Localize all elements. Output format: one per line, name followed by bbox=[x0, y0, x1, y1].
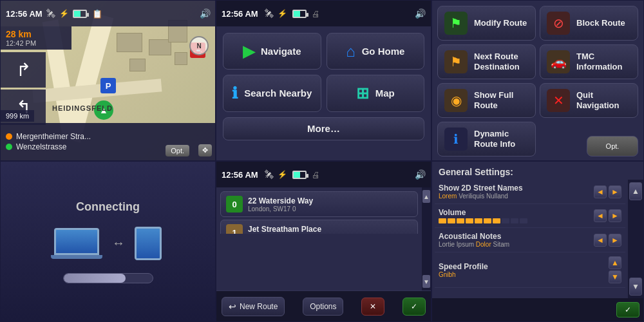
settings-item-volume: Volume ◄ ► bbox=[435, 204, 625, 228]
settings-list: Show 2D Street Names Lorem Veriliquis Nu… bbox=[432, 180, 628, 298]
vol-seg bbox=[439, 218, 446, 223]
vol-seg bbox=[493, 218, 500, 223]
show-2d-next[interactable]: ► bbox=[609, 185, 621, 198]
dynamic-route-button[interactable]: ℹ Dynamic Route Info bbox=[437, 122, 536, 156]
route-list-topbar: 12:56 AM 🛰 ⚡ 🖨 🔊 bbox=[216, 162, 431, 187]
speed-down[interactable]: ▼ bbox=[609, 270, 621, 283]
nav-menu-time: 12:56 AM bbox=[222, 9, 258, 19]
parking-marker: P bbox=[100, 78, 116, 93]
route-list-time: 12:56 AM bbox=[222, 170, 258, 180]
speed-up[interactable]: ▲ bbox=[609, 256, 621, 269]
acoustical-prev[interactable]: ◄ bbox=[594, 234, 607, 247]
speed-val-1: Gnibh bbox=[439, 271, 456, 278]
search-nearby-icon: ℹ bbox=[232, 84, 238, 102]
settings-item-value-acoustical: Lortie Ipsum Dolor Sitam bbox=[439, 241, 594, 248]
show-2d-val-2: Veriliquis bbox=[459, 193, 484, 200]
volume-down[interactable]: ◄ bbox=[594, 209, 607, 222]
new-route-label: New Route bbox=[240, 302, 278, 311]
acoustical-val-2: Ipsum bbox=[457, 241, 474, 248]
show-2d-val-1: Lorem bbox=[439, 193, 457, 200]
settings-panel: General Settings: Show 2D Street Names L… bbox=[431, 161, 644, 322]
route-item-info-1: Jet Streatham Place London, SW2 4 bbox=[248, 225, 412, 234]
tmc-info-icon: 🚗 bbox=[547, 50, 570, 73]
settings-ok-button[interactable]: ✓ bbox=[616, 302, 639, 317]
volume-bar bbox=[439, 218, 594, 223]
map-label: Map bbox=[375, 88, 395, 99]
scroll-up-button[interactable]: ▲ bbox=[422, 190, 430, 203]
settings-scroll-up[interactable]: ▲ bbox=[629, 182, 642, 200]
turn-box-1: ↱ bbox=[1, 52, 46, 88]
quit-nav-icon: ✕ bbox=[547, 89, 570, 112]
map-street-1: Mergentheimer Stra... bbox=[16, 132, 91, 141]
show-full-route-icon: ◉ bbox=[444, 89, 468, 112]
options-label: Options bbox=[310, 302, 336, 311]
settings-item-value-speed: Gnibh bbox=[439, 271, 609, 278]
settings-scroll: ▲ ▼ bbox=[628, 180, 643, 298]
settings-scroll-down[interactable]: ▼ bbox=[629, 278, 642, 296]
navigate-icon: ▶ bbox=[243, 43, 254, 61]
new-route-button[interactable]: ↩ New Route bbox=[222, 297, 285, 316]
volume-arrows: ◄ ► bbox=[594, 209, 621, 222]
block-route-button[interactable]: ⊘ Block Route bbox=[540, 6, 638, 41]
tmc-info-button[interactable]: 🚗 TMC Information bbox=[540, 44, 638, 79]
go-home-button[interactable]: ⌂ Go Home bbox=[327, 33, 425, 70]
show-full-route-button[interactable]: ◉ Show Full Route bbox=[437, 83, 536, 118]
map-opt-button[interactable]: Opt. bbox=[166, 145, 189, 156]
search-nearby-button[interactable]: ℹ Search Nearby bbox=[223, 75, 321, 111]
back-icon: ↩ bbox=[229, 301, 236, 312]
options-button[interactable]: Options bbox=[303, 298, 343, 316]
show-2d-prev[interactable]: ◄ bbox=[594, 185, 607, 198]
map-icon: ⊞ bbox=[356, 84, 369, 102]
compass: N bbox=[189, 36, 209, 55]
route-options-panel: ⚑ Modify Route ⊘ Block Route ⚑ Next Rout… bbox=[431, 0, 644, 161]
next-dest-button[interactable]: ⚑ Next Route Destination bbox=[437, 44, 536, 79]
laptop-device bbox=[54, 228, 102, 259]
cancel-icon: ✕ bbox=[370, 302, 376, 311]
more-button[interactable]: More… bbox=[223, 117, 424, 140]
progress-bar-container bbox=[63, 273, 153, 283]
modify-route-button[interactable]: ⚑ Modify Route bbox=[437, 6, 536, 41]
settings-item-info-volume: Volume bbox=[439, 208, 594, 223]
tablet-device bbox=[135, 227, 162, 260]
speed-arrows: ▲ ▼ bbox=[609, 256, 621, 283]
settings-item-value-show-2d: Lorem Veriliquis Nulland bbox=[439, 193, 594, 200]
vol-seg bbox=[457, 218, 464, 223]
scroll-down-button[interactable]: ▼ bbox=[422, 275, 430, 288]
acoustical-next[interactable]: ► bbox=[609, 234, 621, 247]
route-opt-button[interactable]: Opt. bbox=[587, 136, 638, 156]
connecting-devices: ↔ bbox=[54, 227, 162, 260]
settings-item-info-acoustical: Acoustical Notes Lortie Ipsum Dolor Sita… bbox=[439, 232, 594, 248]
settings-item-name-speed: Speed Profile bbox=[439, 262, 609, 271]
show-2d-val-3: Nulland bbox=[486, 193, 508, 200]
laptop-base bbox=[51, 255, 102, 259]
map-dist-bottom: 999 km bbox=[1, 110, 34, 122]
route-item-info-0: 22 Waterside Way London, SW17 0 bbox=[248, 196, 412, 213]
navigate-button[interactable]: ▶ Navigate bbox=[223, 33, 321, 70]
settings-item-info-speed: Speed Profile Gnibh bbox=[439, 262, 609, 278]
tmc-info-label: TMC Information bbox=[576, 52, 631, 71]
map-speaker[interactable]: 🔊 bbox=[200, 8, 210, 19]
vol-seg bbox=[520, 218, 527, 223]
map-time: 12:56 AM bbox=[6, 9, 43, 19]
route-badge-1: 1 bbox=[226, 224, 243, 234]
nav-menu-buttons: ▶ Navigate ⌂ Go Home ℹ Search Nearby ⊞ M… bbox=[216, 26, 431, 160]
quit-nav-button[interactable]: ✕ Quit Navigation bbox=[540, 83, 638, 118]
confirm-button[interactable]: ✓ bbox=[402, 298, 426, 316]
acoustical-val-3: Dolor bbox=[476, 241, 491, 248]
confirm-icon: ✓ bbox=[411, 302, 417, 311]
cancel-button[interactable]: ✕ bbox=[361, 298, 384, 316]
block-route-icon: ⊘ bbox=[547, 12, 570, 35]
map-street-2: Wenzelstrasse bbox=[16, 142, 66, 151]
show-2d-arrows: ◄ ► bbox=[594, 185, 621, 198]
route-list-items: 0 22 Waterside Way London, SW17 0 1 Jet … bbox=[216, 187, 422, 234]
vol-seg bbox=[448, 218, 455, 223]
map-button[interactable]: ⊞ Map bbox=[327, 75, 425, 111]
volume-up[interactable]: ► bbox=[609, 209, 621, 222]
route-item-sub-1: London, SW2 4 bbox=[248, 234, 412, 234]
route-item: 1 Jet Streatham Place London, SW2 4 bbox=[220, 220, 418, 234]
map-move-button[interactable]: ✥ bbox=[198, 144, 212, 156]
progress-bar-fill bbox=[64, 274, 126, 283]
settings-title: General Settings: bbox=[432, 162, 643, 180]
map-panel: P ▲ 🚗 HEIDINGSFELD N 12:56 AM 🛰 ⚡ 📋 🔊 28… bbox=[0, 0, 216, 161]
modify-route-icon: ⚑ bbox=[444, 12, 468, 35]
